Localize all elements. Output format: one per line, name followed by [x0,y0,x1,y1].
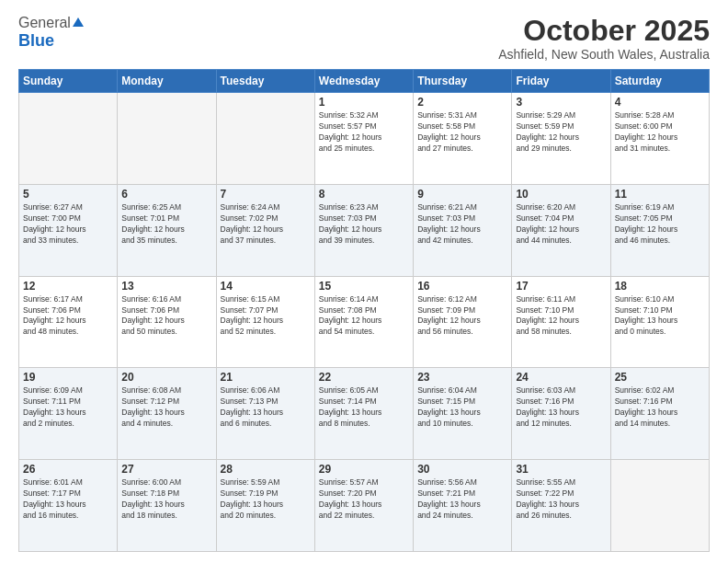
page: General Blue October 2025 Ashfield, New … [0,0,728,563]
day-info: Sunrise: 6:25 AM Sunset: 7:01 PM Dayligh… [121,202,211,247]
day-number: 16 [417,280,507,293]
header-monday: Monday [118,70,216,93]
day-number: 4 [615,96,705,109]
table-row: 30Sunrise: 5:56 AM Sunset: 7:21 PM Dayli… [414,460,512,552]
calendar-week-row: 5Sunrise: 6:27 AM Sunset: 7:00 PM Daylig… [19,184,710,276]
day-info: Sunrise: 5:59 AM Sunset: 7:19 PM Dayligh… [221,477,311,522]
day-number: 10 [516,188,606,201]
table-row: 15Sunrise: 6:14 AM Sunset: 7:08 PM Dayli… [314,276,413,368]
table-row: 11Sunrise: 6:19 AM Sunset: 7:05 PM Dayli… [610,184,709,276]
header-thursday: Thursday [414,70,512,93]
day-info: Sunrise: 6:17 AM Sunset: 7:06 PM Dayligh… [23,294,113,339]
table-row: 10Sunrise: 6:20 AM Sunset: 7:04 PM Dayli… [512,184,610,276]
table-row: 21Sunrise: 6:06 AM Sunset: 7:13 PM Dayli… [216,368,314,460]
day-number: 21 [221,371,311,384]
day-number: 28 [221,463,311,476]
day-info: Sunrise: 6:06 AM Sunset: 7:13 PM Dayligh… [221,385,311,430]
day-number: 13 [121,280,211,293]
title-block: October 2025 Ashfield, New South Wales, … [498,15,710,62]
table-row: 31Sunrise: 5:55 AM Sunset: 7:22 PM Dayli… [512,460,610,552]
day-info: Sunrise: 6:16 AM Sunset: 7:06 PM Dayligh… [121,294,211,339]
day-info: Sunrise: 5:57 AM Sunset: 7:20 PM Dayligh… [319,477,409,522]
header-saturday: Saturday [610,70,709,93]
day-info: Sunrise: 5:32 AM Sunset: 5:57 PM Dayligh… [319,110,409,155]
table-row: 9Sunrise: 6:21 AM Sunset: 7:03 PM Daylig… [414,184,512,276]
day-info: Sunrise: 6:19 AM Sunset: 7:05 PM Dayligh… [615,202,705,247]
table-row: 17Sunrise: 6:11 AM Sunset: 7:10 PM Dayli… [512,276,610,368]
table-row: 24Sunrise: 6:03 AM Sunset: 7:16 PM Dayli… [512,368,610,460]
day-number: 3 [516,96,606,109]
table-row: 28Sunrise: 5:59 AM Sunset: 7:19 PM Dayli… [216,460,314,552]
day-info: Sunrise: 6:14 AM Sunset: 7:08 PM Dayligh… [319,294,409,339]
table-row: 22Sunrise: 6:05 AM Sunset: 7:14 PM Dayli… [314,368,413,460]
header-friday: Friday [512,70,610,93]
calendar-week-row: 1Sunrise: 5:32 AM Sunset: 5:57 PM Daylig… [19,93,710,185]
table-row: 6Sunrise: 6:25 AM Sunset: 7:01 PM Daylig… [118,184,216,276]
day-info: Sunrise: 5:55 AM Sunset: 7:22 PM Dayligh… [516,477,606,522]
logo-icon [73,17,84,27]
day-number: 30 [417,463,507,476]
day-number: 25 [615,371,705,384]
day-number: 7 [221,188,311,201]
day-header-row: Sunday Monday Tuesday Wednesday Thursday… [19,70,710,93]
header-sunday: Sunday [19,70,118,93]
day-number: 6 [121,188,211,201]
table-row [610,460,709,552]
day-info: Sunrise: 6:27 AM Sunset: 7:00 PM Dayligh… [23,202,113,247]
calendar-week-row: 19Sunrise: 6:09 AM Sunset: 7:11 PM Dayli… [19,368,710,460]
table-row: 4Sunrise: 5:28 AM Sunset: 6:00 PM Daylig… [610,93,709,185]
day-info: Sunrise: 6:10 AM Sunset: 7:10 PM Dayligh… [615,294,705,339]
table-row: 26Sunrise: 6:01 AM Sunset: 7:17 PM Dayli… [19,460,118,552]
day-number: 27 [121,463,211,476]
day-number: 18 [615,280,705,293]
table-row: 27Sunrise: 6:00 AM Sunset: 7:18 PM Dayli… [118,460,216,552]
table-row: 19Sunrise: 6:09 AM Sunset: 7:11 PM Dayli… [19,368,118,460]
header-wednesday: Wednesday [314,70,413,93]
table-row: 16Sunrise: 6:12 AM Sunset: 7:09 PM Dayli… [414,276,512,368]
day-number: 19 [23,371,113,384]
table-row: 14Sunrise: 6:15 AM Sunset: 7:07 PM Dayli… [216,276,314,368]
header: General Blue October 2025 Ashfield, New … [18,15,710,62]
day-number: 15 [319,280,409,293]
day-info: Sunrise: 6:04 AM Sunset: 7:15 PM Dayligh… [417,385,507,430]
day-info: Sunrise: 6:00 AM Sunset: 7:18 PM Dayligh… [121,477,211,522]
day-number: 24 [516,371,606,384]
day-info: Sunrise: 6:09 AM Sunset: 7:11 PM Dayligh… [23,385,113,430]
logo-line1: General [18,15,84,31]
day-number: 17 [516,280,606,293]
day-number: 22 [319,371,409,384]
table-row: 18Sunrise: 6:10 AM Sunset: 7:10 PM Dayli… [610,276,709,368]
day-info: Sunrise: 6:02 AM Sunset: 7:16 PM Dayligh… [615,385,705,430]
subtitle: Ashfield, New South Wales, Australia [498,47,710,62]
table-row: 2Sunrise: 5:31 AM Sunset: 5:58 PM Daylig… [414,93,512,185]
table-row: 5Sunrise: 6:27 AM Sunset: 7:00 PM Daylig… [19,184,118,276]
table-row [118,93,216,185]
table-row [19,93,118,185]
day-info: Sunrise: 6:15 AM Sunset: 7:07 PM Dayligh… [221,294,311,339]
day-number: 14 [221,280,311,293]
day-info: Sunrise: 6:24 AM Sunset: 7:02 PM Dayligh… [221,202,311,247]
day-number: 31 [516,463,606,476]
day-number: 26 [23,463,113,476]
day-info: Sunrise: 6:11 AM Sunset: 7:10 PM Dayligh… [516,294,606,339]
table-row: 25Sunrise: 6:02 AM Sunset: 7:16 PM Dayli… [610,368,709,460]
day-info: Sunrise: 6:03 AM Sunset: 7:16 PM Dayligh… [516,385,606,430]
day-info: Sunrise: 6:01 AM Sunset: 7:17 PM Dayligh… [23,477,113,522]
table-row [216,93,314,185]
day-number: 2 [417,96,507,109]
logo-general-text: General [18,15,71,30]
day-info: Sunrise: 6:12 AM Sunset: 7:09 PM Dayligh… [417,294,507,339]
table-row: 7Sunrise: 6:24 AM Sunset: 7:02 PM Daylig… [216,184,314,276]
day-info: Sunrise: 6:08 AM Sunset: 7:12 PM Dayligh… [121,385,211,430]
main-title: October 2025 [498,15,710,47]
day-number: 12 [23,280,113,293]
day-number: 11 [615,188,705,201]
day-info: Sunrise: 5:56 AM Sunset: 7:21 PM Dayligh… [417,477,507,522]
day-info: Sunrise: 6:21 AM Sunset: 7:03 PM Dayligh… [417,202,507,247]
day-info: Sunrise: 6:05 AM Sunset: 7:14 PM Dayligh… [319,385,409,430]
header-tuesday: Tuesday [216,70,314,93]
logo-blue-text: Blue [18,31,54,51]
day-info: Sunrise: 5:28 AM Sunset: 6:00 PM Dayligh… [615,110,705,155]
table-row: 23Sunrise: 6:04 AM Sunset: 7:15 PM Dayli… [414,368,512,460]
day-number: 8 [319,188,409,201]
